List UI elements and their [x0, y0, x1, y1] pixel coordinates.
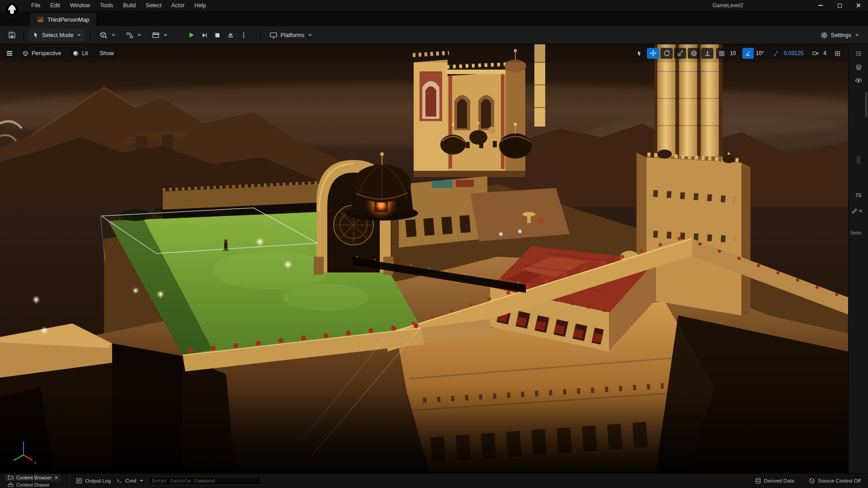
angle-snap-icon	[742, 48, 754, 59]
content-drawer-label: Content Drawer	[16, 482, 50, 488]
gear-icon	[821, 32, 828, 39]
derived-data-button[interactable]: Derived Data	[752, 475, 797, 486]
show-flags-dropdown[interactable]: Show	[95, 48, 118, 59]
eye-icon	[855, 77, 862, 84]
source-control-label: Source Control Off	[818, 478, 861, 483]
lit-sphere-icon	[73, 51, 79, 56]
move-tool-button[interactable]	[647, 48, 659, 59]
menu-help[interactable]: Help	[189, 0, 211, 11]
world-coordinate-button[interactable]	[688, 48, 700, 59]
edit-panel-button[interactable]	[851, 208, 863, 214]
scrollbar[interactable]	[865, 92, 867, 117]
menu-select[interactable]: Select	[141, 0, 166, 11]
unreal-editor-window: File Edit Window Tools Build Select Acto…	[0, 0, 868, 488]
editor-main-area: Perspective Lit Show	[0, 44, 868, 473]
show-label: Show	[100, 50, 114, 56]
axis-gizmo: x	[8, 434, 41, 467]
add-actor-dropdown[interactable]	[95, 29, 120, 42]
chevron-down-icon	[112, 34, 115, 36]
play-controls	[185, 29, 250, 42]
output-log-button[interactable]: Output Log	[73, 475, 113, 486]
outliner-list-icon	[855, 50, 862, 57]
move-icon	[650, 50, 656, 56]
view-mode-dropdown[interactable]: Lit	[68, 48, 92, 59]
blueprint-icon	[126, 32, 133, 39]
layers-panel-button[interactable]	[853, 61, 864, 72]
platforms-dropdown[interactable]: Platforms	[265, 29, 316, 42]
content-browser-stack: Content Browser Content Drawer	[5, 474, 61, 488]
add-cube-icon	[99, 31, 108, 39]
selection-label: Selec	[850, 230, 868, 235]
scale-snap-control[interactable]: 0.03125	[770, 48, 807, 59]
grid-snap-icon	[716, 48, 727, 59]
globe-icon	[691, 50, 697, 56]
status-bar: Content Browser Content Drawer Output Lo…	[0, 473, 868, 488]
save-button[interactable]	[5, 29, 19, 42]
viewport-canvas[interactable]	[0, 44, 848, 473]
rotate-tool-button[interactable]	[660, 48, 673, 59]
close-icon[interactable]	[54, 476, 58, 479]
maximize-button[interactable]	[830, 0, 849, 11]
source-control-button[interactable]: Source Control Off	[806, 475, 863, 486]
hamburger-icon	[7, 53, 12, 54]
menu-bar: File Edit Window Tools Build Select Acto…	[0, 0, 868, 11]
select-mode-dropdown[interactable]: Select Mode	[28, 29, 85, 42]
folder-icon	[8, 474, 14, 480]
cinematics-dropdown[interactable]	[147, 29, 172, 42]
right-sidebar-rail: 73 Selec	[848, 44, 868, 473]
project-name-label: GameLevel2	[712, 2, 743, 9]
perspective-label: Perspective	[32, 50, 61, 56]
layers-icon	[855, 64, 862, 70]
drawer-icon	[8, 482, 14, 488]
surface-snapping-button[interactable]	[701, 48, 713, 59]
stop-button[interactable]	[212, 29, 223, 42]
select-tool-button[interactable]	[633, 48, 646, 59]
viewport-layout-button[interactable]	[831, 48, 844, 59]
eject-button[interactable]	[225, 29, 236, 42]
menu-edit[interactable]: Edit	[45, 0, 65, 11]
console-command-input[interactable]	[148, 477, 262, 485]
close-button[interactable]	[849, 0, 868, 11]
chevron-down-icon	[77, 34, 81, 36]
settings-dropdown[interactable]: Settings	[816, 29, 863, 42]
console-icon	[116, 478, 123, 484]
rotation-snap-control[interactable]: 10°	[742, 48, 768, 59]
grid-snap-value: 10	[730, 50, 736, 56]
surface-snap-icon	[704, 50, 711, 56]
viewport-3d[interactable]: Perspective Lit Show	[0, 44, 848, 473]
frame-skip-button[interactable]	[198, 29, 210, 42]
output-log-label: Output Log	[85, 478, 111, 483]
tab-thirdpersonmap[interactable]: ThirdPersonMap	[30, 13, 96, 26]
close-icon	[856, 3, 861, 8]
camera-speed-value: 4	[823, 50, 826, 56]
outliner-panel-button[interactable]	[853, 48, 864, 59]
platforms-label: Platforms	[280, 32, 304, 38]
scale-tool-button[interactable]	[674, 48, 686, 59]
blueprints-dropdown[interactable]	[122, 29, 146, 42]
menu-actor[interactable]: Actor	[166, 0, 189, 11]
viewport-options-menu-button[interactable]	[4, 48, 15, 59]
camera-speed-control[interactable]: 4	[810, 48, 830, 59]
source-control-off-icon	[809, 478, 815, 484]
cmd-label: Cmd	[125, 478, 136, 483]
collapsed-tab-handle[interactable]	[857, 156, 860, 164]
visibility-toggle-button[interactable]	[853, 75, 864, 86]
grid-snap-control[interactable]: 10	[716, 48, 739, 59]
menu-file[interactable]: File	[26, 0, 45, 11]
play-options-button[interactable]	[238, 29, 250, 42]
perspective-dropdown[interactable]: Perspective	[18, 48, 66, 59]
main-toolbar: Select Mode	[0, 26, 868, 44]
view-mode-label: Lit	[82, 50, 88, 56]
menu-window[interactable]: Window	[65, 0, 95, 11]
minimize-button[interactable]	[811, 0, 830, 11]
menu-tools[interactable]: Tools	[95, 0, 118, 11]
content-browser-tab[interactable]: Content Browser	[5, 474, 61, 481]
unreal-engine-logo-icon[interactable]	[4, 1, 20, 18]
play-button[interactable]	[185, 29, 197, 42]
content-drawer-button[interactable]: Content Drawer	[5, 481, 61, 488]
select-mode-label: Select Mode	[42, 32, 73, 38]
cmd-dropdown[interactable]: Cmd	[113, 475, 146, 486]
rotate-icon	[664, 50, 670, 56]
settings-label: Settings	[831, 32, 851, 38]
menu-build[interactable]: Build	[118, 0, 141, 11]
